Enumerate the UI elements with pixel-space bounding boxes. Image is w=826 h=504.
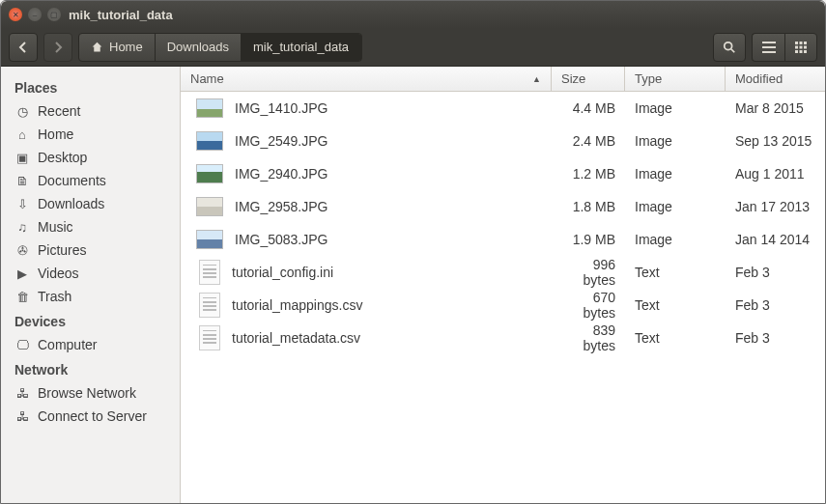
column-label: Size — [561, 71, 585, 86]
sidebar-item-label: Trash — [38, 289, 71, 304]
hamburger-icon — [762, 42, 776, 53]
file-row[interactable]: IMG_2549.JPG2.4 MBImageSep 13 2015 — [181, 125, 825, 157]
forward-button[interactable] — [43, 33, 72, 62]
list-view-button[interactable] — [752, 33, 784, 62]
file-row[interactable]: IMG_1410.JPG4.4 MBImageMar 8 2015 — [181, 92, 825, 125]
sidebar-item-desktop[interactable]: ▣Desktop — [5, 146, 176, 169]
maximize-button[interactable]: ▢ — [47, 8, 61, 21]
connect-to-server-icon: 🖧 — [14, 409, 30, 424]
computer-icon: 🖵 — [14, 338, 30, 352]
sidebar-heading-devices: Devices — [5, 308, 176, 333]
text-file-icon — [199, 325, 220, 350]
svg-rect-6 — [800, 42, 803, 44]
sidebar-item-browse-network[interactable]: 🖧Browse Network — [5, 381, 176, 405]
file-row[interactable]: tutorial_config.ini996 bytesTextFeb 3 — [181, 256, 825, 289]
column-label: Modified — [735, 71, 783, 86]
file-type: Text — [625, 330, 726, 346]
sidebar-item-pictures[interactable]: ✇Pictures — [5, 238, 176, 262]
sidebar-item-label: Music — [38, 219, 73, 235]
svg-point-0 — [725, 42, 732, 49]
column-label: Type — [635, 71, 662, 86]
sidebar-item-videos[interactable]: ▶Videos — [5, 262, 176, 285]
column-header-modified[interactable]: Modified — [726, 67, 825, 91]
file-name: tutorial_mappings.csv — [232, 297, 362, 313]
sidebar-heading-network: Network — [5, 356, 176, 381]
home-icon: ⌂ — [14, 127, 30, 142]
file-row[interactable]: IMG_2940.JPG1.2 MBImageAug 1 2011 — [181, 157, 825, 190]
svg-rect-5 — [795, 42, 798, 44]
file-modified: Aug 1 2011 — [726, 166, 825, 182]
grid-icon — [795, 42, 807, 53]
titlebar: ✕ – ▢ mik_tutorial_data — [1, 1, 825, 28]
column-header-type[interactable]: Type — [625, 67, 726, 91]
image-thumbnail-icon — [196, 98, 223, 118]
file-type: Image — [625, 100, 726, 116]
grid-view-button[interactable] — [784, 33, 817, 62]
image-thumbnail-icon — [196, 230, 223, 249]
sidebar-item-label: Pictures — [38, 242, 87, 258]
sidebar-item-documents[interactable]: 🗎Documents — [5, 169, 176, 192]
file-name: IMG_5083.JPG — [235, 232, 328, 247]
sidebar-item-home[interactable]: ⌂Home — [5, 123, 176, 146]
toolbar: Home Downloads mik_tutorial_data — [1, 28, 825, 67]
close-button[interactable]: ✕ — [9, 8, 22, 21]
sidebar: Places ◷Recent⌂Home▣Desktop🗎Documents⇩Do… — [1, 67, 181, 504]
file-name: tutorial_metadata.csv — [232, 330, 360, 346]
text-file-icon — [199, 260, 220, 285]
file-row[interactable]: IMG_5083.JPG1.9 MBImageJan 14 2014 — [181, 223, 825, 256]
file-modified: Sep 13 2015 — [726, 133, 825, 149]
file-list: Name ▲ Size Type Modified IMG_1410.JPG4.… — [181, 67, 825, 504]
file-row[interactable]: IMG_2958.JPG1.8 MBImageJan 17 2013 — [181, 190, 825, 223]
file-name: IMG_1410.JPG — [235, 100, 328, 116]
main-area: Places ◷Recent⌂Home▣Desktop🗎Documents⇩Do… — [1, 67, 825, 504]
column-label: Name — [190, 71, 224, 86]
column-header-size[interactable]: Size — [552, 67, 625, 91]
file-modified: Feb 3 — [726, 265, 825, 280]
sidebar-item-trash[interactable]: 🗑Trash — [5, 285, 176, 308]
svg-rect-12 — [800, 50, 803, 53]
file-type: Image — [625, 133, 726, 149]
search-button[interactable] — [713, 33, 746, 62]
file-size: 996 bytes — [552, 257, 625, 288]
sidebar-item-connect-to-server[interactable]: 🖧Connect to Server — [5, 405, 176, 428]
search-icon — [723, 41, 736, 54]
file-row[interactable]: tutorial_mappings.csv670 bytesTextFeb 3 — [181, 289, 825, 322]
file-size: 1.9 MB — [552, 232, 625, 247]
svg-rect-8 — [795, 45, 798, 48]
svg-rect-11 — [795, 50, 798, 53]
file-row[interactable]: tutorial_metadata.csv839 bytesTextFeb 3 — [181, 322, 825, 354]
sidebar-item-downloads[interactable]: ⇩Downloads — [5, 192, 176, 215]
breadcrumb-label: mik_tutorial_data — [253, 40, 349, 54]
sidebar-item-label: Computer — [38, 337, 97, 352]
sidebar-item-label: Home — [38, 126, 73, 142]
sidebar-item-label: Documents — [38, 173, 106, 188]
sidebar-item-computer[interactable]: 🖵Computer — [5, 333, 176, 356]
file-name: tutorial_config.ini — [232, 265, 333, 280]
file-size: 670 bytes — [552, 290, 625, 321]
sidebar-item-label: Videos — [38, 266, 79, 281]
file-modified: Jan 14 2014 — [726, 232, 825, 247]
file-modified: Feb 3 — [726, 297, 825, 313]
sidebar-item-music[interactable]: ♫Music — [5, 215, 176, 238]
file-size: 2.4 MB — [552, 133, 625, 149]
column-header-row: Name ▲ Size Type Modified — [181, 67, 825, 92]
sidebar-heading-places: Places — [5, 74, 176, 99]
file-type: Image — [625, 199, 726, 214]
svg-rect-13 — [804, 50, 807, 53]
sidebar-item-label: Connect to Server — [38, 408, 147, 424]
breadcrumb-item-current[interactable]: mik_tutorial_data — [242, 34, 361, 61]
breadcrumb-item-downloads[interactable]: Downloads — [156, 34, 242, 61]
file-type: Image — [625, 232, 726, 247]
downloads-icon: ⇩ — [14, 197, 30, 211]
file-type: Text — [625, 297, 726, 313]
file-name: IMG_2940.JPG — [235, 166, 328, 182]
column-header-name[interactable]: Name ▲ — [181, 67, 552, 91]
back-button[interactable] — [9, 33, 38, 62]
breadcrumb-home[interactable]: Home — [79, 34, 156, 61]
file-size: 839 bytes — [552, 322, 625, 353]
minimize-button[interactable]: – — [28, 8, 42, 21]
file-name: IMG_2958.JPG — [235, 199, 328, 214]
file-type: Text — [625, 265, 726, 280]
breadcrumb-home-label: Home — [109, 40, 143, 54]
sidebar-item-recent[interactable]: ◷Recent — [5, 99, 176, 123]
